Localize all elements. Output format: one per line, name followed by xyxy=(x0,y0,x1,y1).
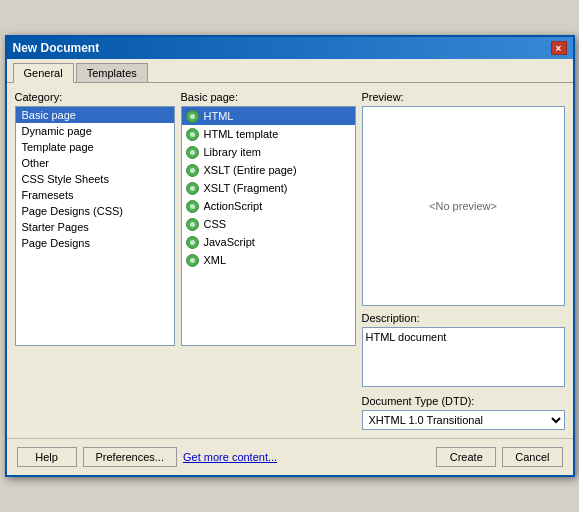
dialog-title: New Document xyxy=(13,41,100,55)
basic-page-list[interactable]: HTML HTML template Library item XSLT (En… xyxy=(181,106,356,346)
new-document-dialog: New Document × General Templates Categor… xyxy=(5,35,575,477)
category-item-template-page[interactable]: Template page xyxy=(16,139,174,155)
category-label: Category: xyxy=(15,91,175,103)
html-icon xyxy=(186,109,200,123)
close-button[interactable]: × xyxy=(551,41,567,55)
preview-panel: Preview: <No preview> Description: HTML … xyxy=(362,91,565,430)
basic-page-item-xslt-fragment[interactable]: XSLT (Fragment) xyxy=(182,179,355,197)
preview-label: Preview: xyxy=(362,91,565,103)
category-item-framesets[interactable]: Framesets xyxy=(16,187,174,203)
basic-page-item-css[interactable]: CSS xyxy=(182,215,355,233)
category-item-starter-pages[interactable]: Starter Pages xyxy=(16,219,174,235)
category-item-page-designs[interactable]: Page Designs xyxy=(16,235,174,251)
category-list[interactable]: Basic page Dynamic page Template page Ot… xyxy=(15,106,175,346)
basic-page-item-xslt-entire[interactable]: XSLT (Entire page) xyxy=(182,161,355,179)
tab-bar: General Templates xyxy=(7,59,573,83)
tab-general[interactable]: General xyxy=(13,63,74,83)
xslt-entire-icon xyxy=(186,163,200,177)
basic-page-item-actionscript[interactable]: ActionScript xyxy=(182,197,355,215)
bottom-left-buttons: Help Preferences... Get more content... xyxy=(17,447,278,467)
html-template-icon xyxy=(186,127,200,141)
basic-page-item-javascript[interactable]: JavaScript xyxy=(182,233,355,251)
preview-box: <No preview> xyxy=(362,106,565,306)
tab-templates[interactable]: Templates xyxy=(76,63,148,82)
basic-page-item-library-item[interactable]: Library item xyxy=(182,143,355,161)
get-more-content-button[interactable]: Get more content... xyxy=(183,451,277,463)
xml-icon xyxy=(186,253,200,267)
doctype-select[interactable]: XHTML 1.0 Transitional XHTML 1.0 Strict … xyxy=(362,410,565,430)
css-icon xyxy=(186,217,200,231)
create-button[interactable]: Create xyxy=(436,447,496,467)
category-item-basic-page[interactable]: Basic page xyxy=(16,107,174,123)
basic-page-item-html[interactable]: HTML xyxy=(182,107,355,125)
category-item-other[interactable]: Other xyxy=(16,155,174,171)
cancel-button[interactable]: Cancel xyxy=(502,447,562,467)
description-box: HTML document xyxy=(362,327,565,387)
main-content: Category: Basic page Dynamic page Templa… xyxy=(7,83,573,438)
titlebar: New Document × xyxy=(7,37,573,59)
actionscript-icon xyxy=(186,199,200,213)
bottom-bar: Help Preferences... Get more content... … xyxy=(7,438,573,475)
basic-page-label: Basic page: xyxy=(181,91,356,103)
no-preview-text: <No preview> xyxy=(429,200,497,212)
basic-page-panel: Basic page: HTML HTML template Library i… xyxy=(181,91,356,430)
javascript-icon xyxy=(186,235,200,249)
basic-page-item-html-template[interactable]: HTML template xyxy=(182,125,355,143)
basic-page-item-xml[interactable]: XML xyxy=(182,251,355,269)
xslt-fragment-icon xyxy=(186,181,200,195)
description-value: HTML document xyxy=(366,331,447,343)
category-item-dynamic-page[interactable]: Dynamic page xyxy=(16,123,174,139)
doctype-label: Document Type (DTD): xyxy=(362,395,565,407)
library-item-icon xyxy=(186,145,200,159)
help-button[interactable]: Help xyxy=(17,447,77,467)
category-panel: Category: Basic page Dynamic page Templa… xyxy=(15,91,175,430)
category-item-css-style-sheets[interactable]: CSS Style Sheets xyxy=(16,171,174,187)
bottom-right-buttons: Create Cancel xyxy=(436,447,562,467)
category-item-page-designs-css[interactable]: Page Designs (CSS) xyxy=(16,203,174,219)
description-label: Description: xyxy=(362,312,565,324)
preferences-button[interactable]: Preferences... xyxy=(83,447,177,467)
